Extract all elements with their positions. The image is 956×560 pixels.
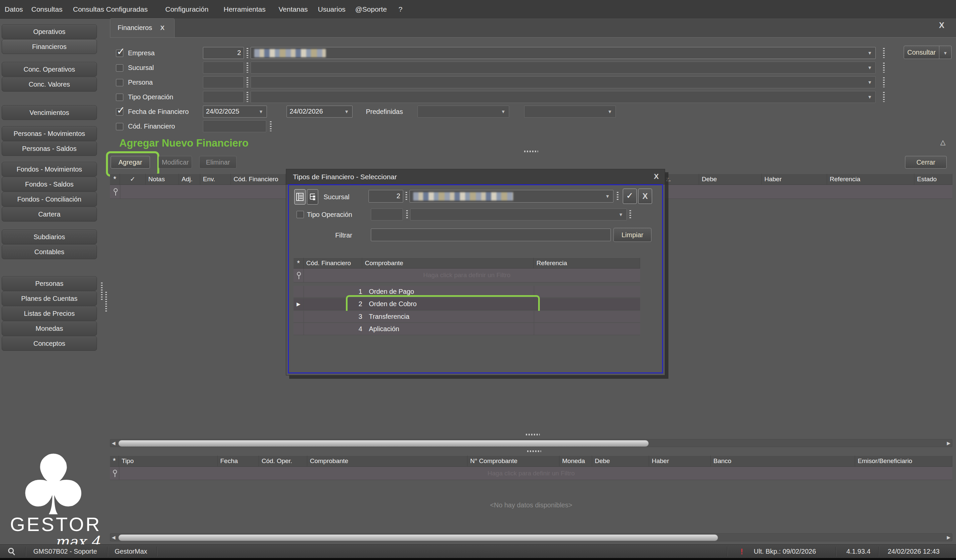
field-grip[interactable] bbox=[406, 192, 407, 201]
dialog-tipo-operacion-dropdown[interactable]: ▼ bbox=[410, 209, 627, 221]
field-grip[interactable] bbox=[883, 63, 885, 73]
main-grid-header-cod-financiero[interactable]: Cód. Financiero bbox=[231, 174, 286, 185]
dialog-cancel-button[interactable]: X bbox=[638, 188, 652, 204]
consultar-dropdown-button[interactable]: ▼ bbox=[939, 45, 952, 59]
dialog-grid-header-asterisk[interactable]: * bbox=[294, 257, 303, 268]
close-all-icon[interactable]: X bbox=[939, 20, 944, 30]
empresa-name-dropdown[interactable]: ▼ bbox=[251, 47, 876, 59]
dialog-grid-filter-row[interactable]: Haga click para definir un Filtro bbox=[294, 268, 640, 282]
sidebar-item-monedas[interactable]: Monedas bbox=[2, 321, 97, 336]
tipo-operacion-code-input[interactable] bbox=[203, 91, 244, 103]
modificar-button[interactable]: Modificar bbox=[159, 156, 192, 169]
bottom-grid-header-fecha[interactable]: Fecha bbox=[218, 455, 259, 467]
menu-datos[interactable]: Datos bbox=[3, 0, 25, 18]
menu-ayuda[interactable]: ? bbox=[396, 0, 404, 18]
bottom-grid-header-debe[interactable]: Debe bbox=[592, 455, 649, 467]
field-grip[interactable] bbox=[617, 192, 618, 201]
field-grip[interactable] bbox=[247, 77, 248, 87]
sucursal-checkbox[interactable] bbox=[116, 64, 123, 72]
sidebar-item-conceptos[interactable]: Conceptos bbox=[2, 336, 97, 351]
sidebar-item-fondos-saldos[interactable]: Fondos - Saldos bbox=[2, 177, 97, 191]
dialog-limpiar-button[interactable]: Limpiar bbox=[613, 228, 651, 242]
tab-financieros[interactable]: Financieros X bbox=[110, 18, 175, 37]
dialog-grid-row-1[interactable]: 1 Orden de Pago bbox=[294, 286, 640, 298]
dialog-filtrar-input[interactable] bbox=[371, 229, 611, 241]
collapse-panel-icon[interactable]: △ bbox=[940, 138, 945, 146]
sidebar-item-personas-movimientos[interactable]: Personas - Movimientos bbox=[2, 126, 97, 141]
menu-soporte[interactable]: @Soporte bbox=[353, 0, 389, 18]
dialog-sucursal-code-input[interactable]: 2 bbox=[368, 190, 403, 202]
field-grip[interactable] bbox=[247, 92, 248, 102]
main-grid-header-asterisk[interactable]: * bbox=[110, 174, 120, 185]
bottom-grid-header-emisor[interactable]: Emisor/Beneficiario bbox=[855, 455, 952, 467]
sidebar-item-conc-operativos[interactable]: Conc. Operativos bbox=[2, 62, 97, 77]
dialog-grid-header-cod-financiero[interactable]: Cód. Financiero bbox=[303, 257, 362, 268]
dialog-accept-button[interactable]: ✓ bbox=[623, 188, 637, 204]
persona-name-dropdown[interactable]: ▼ bbox=[251, 76, 876, 88]
bottom-grid-header-moneda[interactable]: Moneda bbox=[560, 455, 592, 467]
bottom-grid-header-tipo[interactable]: Tipo bbox=[119, 455, 218, 467]
main-grid-hscrollbar[interactable]: ◀ ▶ bbox=[110, 439, 952, 447]
dialog-sucursal-dropdown[interactable]: ▼ bbox=[409, 190, 613, 202]
field-grip[interactable] bbox=[406, 210, 408, 219]
dialog-tipo-operacion-checkbox[interactable] bbox=[297, 211, 304, 218]
field-grip[interactable] bbox=[883, 77, 885, 87]
main-grid-header-estado[interactable]: Estado bbox=[914, 174, 952, 185]
predefinidas-dropdown-2[interactable]: ▼ bbox=[524, 106, 616, 118]
sidebar-item-financieros[interactable]: Financieros bbox=[2, 39, 97, 54]
field-grip[interactable] bbox=[247, 48, 248, 58]
sidebar-item-fondos-conciliacion[interactable]: Fondos - Conciliación bbox=[2, 192, 97, 207]
fecha-checkbox[interactable]: ✓ bbox=[116, 108, 123, 116]
field-grip[interactable] bbox=[247, 63, 248, 73]
sidebar-item-planes-de-cuentas[interactable]: Planes de Cuentas bbox=[2, 291, 97, 306]
dialog-tipo-operacion-code-input[interactable] bbox=[371, 209, 403, 221]
sucursal-name-dropdown[interactable]: ▼ bbox=[251, 62, 876, 74]
scroll-left-icon[interactable]: ◀ bbox=[110, 534, 117, 541]
bottom-grid-filter-row[interactable]: Haga click para definir un Filtro bbox=[110, 467, 952, 480]
field-grip[interactable] bbox=[270, 121, 272, 131]
bottom-grid-header-n-comprobante[interactable]: N° Comprobante bbox=[467, 455, 560, 467]
field-grip[interactable] bbox=[883, 48, 885, 58]
main-grid-header-referencia[interactable]: Referencia bbox=[827, 174, 914, 185]
menu-consultas[interactable]: Consultas bbox=[29, 0, 64, 18]
tipo-operacion-checkbox[interactable] bbox=[116, 94, 123, 101]
fecha-hasta-input[interactable]: 24/02/2026 ▼ bbox=[286, 106, 352, 118]
consultar-button[interactable]: Consultar bbox=[904, 45, 939, 59]
bottom-grid-hscrollbar[interactable]: ◀ ▶ bbox=[110, 533, 952, 541]
main-grid-header-env[interactable]: Env. bbox=[200, 174, 231, 185]
predefinidas-dropdown-1[interactable]: ▼ bbox=[418, 106, 509, 118]
sidebar-item-personas-saldos[interactable]: Personas - Saldos bbox=[2, 141, 97, 156]
scroll-right-icon[interactable]: ▶ bbox=[945, 534, 952, 541]
persona-checkbox[interactable] bbox=[116, 79, 123, 86]
main-grid-header-adj[interactable]: Adj. bbox=[179, 174, 200, 185]
menu-ventanas[interactable]: Ventanas bbox=[277, 0, 310, 18]
main-grid-header-notas[interactable]: Notas bbox=[146, 174, 179, 185]
sidebar-item-conc-valores[interactable]: Conc. Valores bbox=[2, 77, 97, 92]
field-grip[interactable] bbox=[629, 210, 631, 219]
sidebar-splitter-grip[interactable] bbox=[101, 282, 103, 301]
empresa-code-input[interactable]: 2 bbox=[203, 47, 244, 59]
dialog-grid-header-comprobante[interactable]: Comprobante bbox=[362, 257, 534, 268]
fecha-desde-input[interactable]: 24/02/2025 ▼ bbox=[203, 106, 267, 118]
bottom-grid-header-haber[interactable]: Haber bbox=[649, 455, 711, 467]
main-grid-header-haber[interactable]: Haber bbox=[762, 174, 827, 185]
tab-close-icon[interactable]: X bbox=[160, 24, 165, 31]
empresa-checkbox[interactable]: ✓ bbox=[116, 50, 123, 57]
dialog-grid-row-2-selected[interactable]: ▶ 2 Orden de Cobro bbox=[294, 298, 640, 311]
dialog-close-icon[interactable]: X bbox=[654, 172, 659, 181]
sidebar-item-listas-de-precios[interactable]: Listas de Precios bbox=[2, 306, 97, 321]
tipo-operacion-name-dropdown[interactable]: ▼ bbox=[251, 91, 876, 103]
panel-splitter-grip[interactable] bbox=[526, 434, 540, 435]
scroll-left-icon[interactable]: ◀ bbox=[110, 439, 117, 447]
sidebar-item-vencimientos[interactable]: Vencimientos bbox=[2, 105, 97, 120]
cerrar-button[interactable]: Cerrar bbox=[905, 156, 947, 169]
scrollbar-thumb[interactable] bbox=[118, 440, 649, 447]
main-grid-header-check[interactable]: ✓ bbox=[120, 174, 146, 185]
dialog-grid-header-referencia[interactable]: Referencia bbox=[534, 257, 640, 268]
menu-herramientas[interactable]: Herramientas bbox=[222, 0, 267, 18]
panel-splitter-grip[interactable] bbox=[524, 151, 538, 152]
list-view-button[interactable] bbox=[294, 189, 305, 204]
sidebar-item-personas[interactable]: Personas bbox=[2, 276, 97, 291]
sidebar-item-fondos-movimientos[interactable]: Fondos - Movimientos bbox=[2, 162, 97, 177]
sidebar-item-contables[interactable]: Contables bbox=[2, 245, 97, 259]
